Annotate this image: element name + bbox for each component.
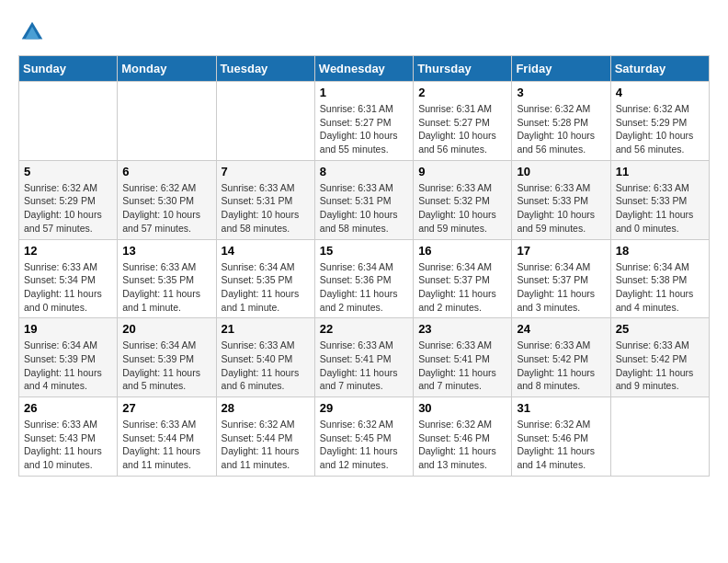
day-number: 18 <box>616 244 704 258</box>
header-friday: Friday <box>512 56 610 82</box>
calendar-cell: 25Sunrise: 6:33 AM Sunset: 5:42 PM Dayli… <box>610 318 709 397</box>
header-sunday: Sunday <box>19 56 118 82</box>
calendar-cell: 9Sunrise: 6:33 AM Sunset: 5:32 PM Daylig… <box>414 160 512 239</box>
header-wednesday: Wednesday <box>314 56 413 82</box>
week-row-1: 5Sunrise: 6:32 AM Sunset: 5:29 PM Daylig… <box>19 160 710 239</box>
calendar-cell: 30Sunrise: 6:32 AM Sunset: 5:46 PM Dayli… <box>414 397 512 477</box>
calendar-cell: 24Sunrise: 6:33 AM Sunset: 5:42 PM Dayli… <box>512 318 610 397</box>
day-info: Sunrise: 6:34 AM Sunset: 5:39 PM Dayligh… <box>122 339 210 393</box>
day-info: Sunrise: 6:34 AM Sunset: 5:39 PM Dayligh… <box>24 339 112 393</box>
calendar-cell: 20Sunrise: 6:34 AM Sunset: 5:39 PM Dayli… <box>118 318 216 397</box>
logo-icon <box>18 18 46 46</box>
week-row-2: 12Sunrise: 6:33 AM Sunset: 5:34 PM Dayli… <box>19 239 710 318</box>
day-number: 19 <box>24 322 112 336</box>
day-number: 23 <box>418 322 506 336</box>
calendar-cell: 14Sunrise: 6:34 AM Sunset: 5:35 PM Dayli… <box>216 239 314 318</box>
day-info: Sunrise: 6:33 AM Sunset: 5:42 PM Dayligh… <box>517 339 605 393</box>
calendar-cell: 1Sunrise: 6:31 AM Sunset: 5:27 PM Daylig… <box>314 82 413 161</box>
calendar-cell: 11Sunrise: 6:33 AM Sunset: 5:33 PM Dayli… <box>610 160 709 239</box>
day-info: Sunrise: 6:33 AM Sunset: 5:42 PM Dayligh… <box>616 339 704 393</box>
day-number: 29 <box>320 401 408 415</box>
calendar-cell: 31Sunrise: 6:32 AM Sunset: 5:46 PM Dayli… <box>512 397 610 477</box>
day-number: 1 <box>320 86 408 99</box>
day-number: 26 <box>24 401 112 415</box>
day-number: 11 <box>616 165 704 178</box>
day-info: Sunrise: 6:33 AM Sunset: 5:43 PM Dayligh… <box>24 418 112 472</box>
calendar-table: SundayMondayTuesdayWednesdayThursdayFrid… <box>18 55 710 477</box>
day-info: Sunrise: 6:33 AM Sunset: 5:31 PM Dayligh… <box>222 181 310 236</box>
day-number: 25 <box>616 322 704 336</box>
day-number: 5 <box>24 165 112 178</box>
header-monday: Monday <box>118 56 216 82</box>
calendar-cell: 10Sunrise: 6:33 AM Sunset: 5:33 PM Dayli… <box>512 160 610 239</box>
day-number: 13 <box>122 244 210 258</box>
day-info: Sunrise: 6:32 AM Sunset: 5:29 PM Dayligh… <box>616 102 704 156</box>
day-number: 20 <box>122 322 210 336</box>
calendar-cell: 21Sunrise: 6:33 AM Sunset: 5:40 PM Dayli… <box>216 318 314 397</box>
calendar-cell: 7Sunrise: 6:33 AM Sunset: 5:31 PM Daylig… <box>216 160 314 239</box>
calendar-cell: 16Sunrise: 6:34 AM Sunset: 5:37 PM Dayli… <box>414 239 512 318</box>
day-number: 15 <box>320 244 408 258</box>
day-info: Sunrise: 6:33 AM Sunset: 5:41 PM Dayligh… <box>320 339 408 393</box>
day-info: Sunrise: 6:32 AM Sunset: 5:46 PM Dayligh… <box>418 418 506 472</box>
day-info: Sunrise: 6:32 AM Sunset: 5:46 PM Dayligh… <box>517 418 605 472</box>
calendar-cell <box>118 82 216 161</box>
day-number: 14 <box>222 244 310 258</box>
day-number: 7 <box>222 165 310 178</box>
day-number: 17 <box>517 244 605 258</box>
day-number: 30 <box>418 401 506 415</box>
day-number: 31 <box>517 401 605 415</box>
day-info: Sunrise: 6:33 AM Sunset: 5:34 PM Dayligh… <box>24 260 112 315</box>
calendar-cell: 12Sunrise: 6:33 AM Sunset: 5:34 PM Dayli… <box>19 239 118 318</box>
calendar-cell <box>216 82 314 161</box>
day-number: 27 <box>122 401 210 415</box>
logo <box>18 18 50 46</box>
calendar-cell: 5Sunrise: 6:32 AM Sunset: 5:29 PM Daylig… <box>19 160 118 239</box>
calendar-cell: 18Sunrise: 6:34 AM Sunset: 5:38 PM Dayli… <box>610 239 709 318</box>
day-number: 24 <box>517 322 605 336</box>
calendar-cell <box>19 82 118 161</box>
day-info: Sunrise: 6:31 AM Sunset: 5:27 PM Dayligh… <box>418 102 506 156</box>
day-info: Sunrise: 6:33 AM Sunset: 5:35 PM Dayligh… <box>122 260 210 315</box>
day-number: 2 <box>418 86 506 99</box>
header-thursday: Thursday <box>414 56 512 82</box>
day-info: Sunrise: 6:33 AM Sunset: 5:41 PM Dayligh… <box>418 339 506 393</box>
day-number: 10 <box>517 165 605 178</box>
day-info: Sunrise: 6:32 AM Sunset: 5:44 PM Dayligh… <box>222 418 310 472</box>
calendar-cell: 26Sunrise: 6:33 AM Sunset: 5:43 PM Dayli… <box>19 397 118 477</box>
day-info: Sunrise: 6:34 AM Sunset: 5:37 PM Dayligh… <box>517 260 605 315</box>
calendar-cell <box>610 397 709 477</box>
day-info: Sunrise: 6:34 AM Sunset: 5:35 PM Dayligh… <box>222 260 310 315</box>
day-info: Sunrise: 6:32 AM Sunset: 5:29 PM Dayligh… <box>24 181 112 236</box>
calendar-cell: 23Sunrise: 6:33 AM Sunset: 5:41 PM Dayli… <box>414 318 512 397</box>
calendar-cell: 19Sunrise: 6:34 AM Sunset: 5:39 PM Dayli… <box>19 318 118 397</box>
day-number: 3 <box>517 86 605 99</box>
day-info: Sunrise: 6:33 AM Sunset: 5:44 PM Dayligh… <box>122 418 210 472</box>
day-number: 8 <box>320 165 408 178</box>
week-row-3: 19Sunrise: 6:34 AM Sunset: 5:39 PM Dayli… <box>19 318 710 397</box>
calendar-cell: 6Sunrise: 6:32 AM Sunset: 5:30 PM Daylig… <box>118 160 216 239</box>
header-saturday: Saturday <box>610 56 709 82</box>
day-number: 16 <box>418 244 506 258</box>
calendar-cell: 17Sunrise: 6:34 AM Sunset: 5:37 PM Dayli… <box>512 239 610 318</box>
day-number: 9 <box>418 165 506 178</box>
day-info: Sunrise: 6:33 AM Sunset: 5:32 PM Dayligh… <box>418 181 506 236</box>
calendar-cell: 8Sunrise: 6:33 AM Sunset: 5:31 PM Daylig… <box>314 160 413 239</box>
day-info: Sunrise: 6:31 AM Sunset: 5:27 PM Dayligh… <box>320 102 408 156</box>
calendar-cell: 3Sunrise: 6:32 AM Sunset: 5:28 PM Daylig… <box>512 82 610 161</box>
day-number: 21 <box>222 322 310 336</box>
day-number: 28 <box>222 401 310 415</box>
day-info: Sunrise: 6:33 AM Sunset: 5:33 PM Dayligh… <box>616 181 704 236</box>
day-info: Sunrise: 6:32 AM Sunset: 5:30 PM Dayligh… <box>122 181 210 236</box>
day-number: 6 <box>122 165 210 178</box>
calendar-cell: 28Sunrise: 6:32 AM Sunset: 5:44 PM Dayli… <box>216 397 314 477</box>
header-tuesday: Tuesday <box>216 56 314 82</box>
day-info: Sunrise: 6:33 AM Sunset: 5:31 PM Dayligh… <box>320 181 408 236</box>
calendar-cell: 22Sunrise: 6:33 AM Sunset: 5:41 PM Dayli… <box>314 318 413 397</box>
day-number: 12 <box>24 244 112 258</box>
day-info: Sunrise: 6:34 AM Sunset: 5:36 PM Dayligh… <box>320 260 408 315</box>
calendar-header-row: SundayMondayTuesdayWednesdayThursdayFrid… <box>19 56 710 82</box>
calendar-cell: 27Sunrise: 6:33 AM Sunset: 5:44 PM Dayli… <box>118 397 216 477</box>
calendar-cell: 4Sunrise: 6:32 AM Sunset: 5:29 PM Daylig… <box>610 82 709 161</box>
day-info: Sunrise: 6:34 AM Sunset: 5:37 PM Dayligh… <box>418 260 506 315</box>
